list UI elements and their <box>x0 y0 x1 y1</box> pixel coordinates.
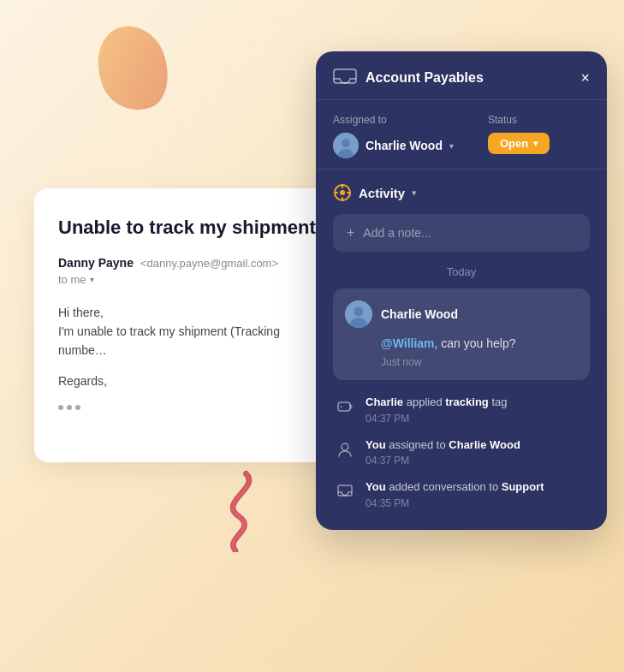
panel-title: Account Payables <box>365 70 484 86</box>
status-badge[interactable]: Open ▾ <box>488 133 550 154</box>
email-regards: Regards, <box>58 374 318 388</box>
log-item: You added conversation to Support 04:35 … <box>333 479 590 509</box>
message-time: Just now <box>381 356 578 368</box>
today-label: Today <box>333 265 590 278</box>
mention: @William <box>381 336 435 350</box>
log-text: Charlie applied tracking tag <box>365 394 590 411</box>
svg-point-11 <box>342 443 348 450</box>
assignee-section: Assigned to Charlie Wood ▾ <box>333 114 454 158</box>
status-chevron-icon: ▾ <box>533 139 538 148</box>
plus-icon: + <box>347 225 354 241</box>
email-to-row: to me ▾ <box>58 273 318 286</box>
svg-rect-0 <box>334 69 356 83</box>
panel-title-row: Account Payables <box>333 68 484 87</box>
log-text: You added conversation to Support <box>365 479 590 496</box>
assignee-name: Charlie Wood <box>365 139 443 152</box>
log-highlight-3: Support <box>502 480 544 493</box>
status-section: Status Open ▾ <box>488 114 550 154</box>
message-text: @William, can you help? <box>381 335 578 353</box>
activity-log: Charlie applied tracking tag 04:37 PM Yo… <box>333 394 590 509</box>
activity-title-row: Activity ▾ <box>333 183 590 202</box>
log-item: Charlie applied tracking tag 04:37 PM <box>333 394 590 425</box>
add-note-label: Add a note... <box>363 226 431 240</box>
log-item: You assigned to Charlie Wood 04:37 PM <box>333 437 590 467</box>
log-text: You assigned to Charlie Wood <box>365 437 590 454</box>
sender-email: <danny.payne@gmail.com> <box>140 257 278 270</box>
log-highlight-1: tracking <box>445 395 489 408</box>
to-chevron-icon: ▾ <box>90 275 94 284</box>
avatar <box>333 133 359 158</box>
tag-icon-wrap <box>333 395 357 419</box>
close-button[interactable]: × <box>580 70 590 86</box>
svg-point-7 <box>354 307 364 317</box>
log-highlight-2: Charlie Wood <box>449 438 520 451</box>
message-header: Charlie Wood <box>345 300 578 328</box>
inbox-small-icon-wrap <box>333 479 357 503</box>
sender-name: Danny Payne <box>58 256 134 270</box>
tag-icon <box>336 398 354 415</box>
decorative-blob <box>86 16 179 120</box>
inbox-small-icon <box>336 483 354 500</box>
log-actor-2: You <box>365 438 386 451</box>
log-content: You assigned to Charlie Wood 04:37 PM <box>365 437 590 467</box>
person-icon <box>336 441 354 458</box>
log-time-1: 04:37 PM <box>365 413 590 425</box>
meta-row: Assigned to Charlie Wood ▾ Status Open ▾ <box>316 100 607 169</box>
status-value: Open <box>500 137 528 150</box>
email-card: Unable to track my shipment Danny Payne … <box>34 188 342 462</box>
email-subject: Unable to track my shipment <box>58 216 318 241</box>
svg-rect-12 <box>338 485 352 496</box>
panel-header: Account Payables × <box>316 51 607 100</box>
message-body: , can you help? <box>435 336 516 350</box>
activity-panel: Account Payables × Assigned to Charlie W… <box>316 51 607 530</box>
message-bubble: Charlie Wood @William, can you help? Jus… <box>333 288 590 380</box>
log-actor-1: Charlie <box>365 395 403 408</box>
person-icon-wrap <box>333 437 357 461</box>
log-time-2: 04:37 PM <box>365 455 590 467</box>
svg-point-5 <box>340 190 345 195</box>
log-content: You added conversation to Support 04:35 … <box>365 479 590 509</box>
activity-label: Activity <box>359 186 405 200</box>
email-more-dots[interactable] <box>58 405 318 410</box>
message-sender: Charlie Wood <box>381 307 458 321</box>
svg-point-2 <box>342 139 350 147</box>
activity-chevron-icon: ▾ <box>412 187 417 199</box>
avatar-image <box>333 133 359 158</box>
message-avatar <box>345 300 372 328</box>
activity-section: Activity ▾ + Add a note... Today Charlie… <box>316 169 607 509</box>
assigned-label: Assigned to <box>333 114 454 126</box>
assignee-chevron-icon: ▾ <box>449 141 454 151</box>
assignee-row[interactable]: Charlie Wood ▾ <box>333 133 454 158</box>
svg-point-10 <box>341 406 342 407</box>
email-body: Hi there, I'm unable to track my shipmen… <box>58 303 318 360</box>
activity-icon <box>333 183 352 202</box>
message-avatar-image <box>345 300 372 328</box>
decorative-squiggle <box>197 467 274 552</box>
log-actor-3: You <box>365 480 386 493</box>
log-time-3: 04:35 PM <box>365 497 590 509</box>
svg-rect-9 <box>338 402 350 411</box>
status-label: Status <box>488 114 550 126</box>
inbox-icon <box>333 68 357 87</box>
log-content: Charlie applied tracking tag 04:37 PM <box>365 394 590 425</box>
add-note-button[interactable]: + Add a note... <box>333 214 590 252</box>
